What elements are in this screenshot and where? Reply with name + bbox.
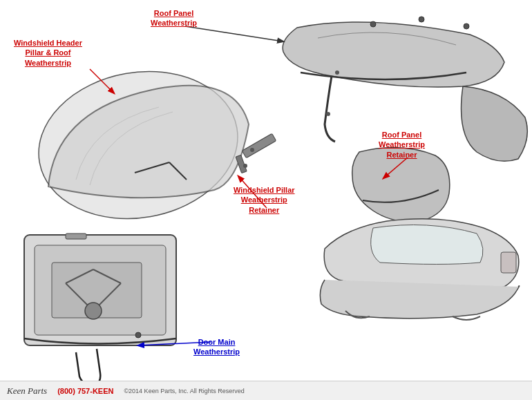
svg-line-26	[383, 158, 408, 178]
label-roof-panel-top: Roof Panel Weatherstrip	[151, 8, 197, 28]
svg-point-3	[370, 21, 376, 27]
svg-point-6	[335, 70, 339, 75]
svg-rect-13	[24, 235, 176, 345]
diagram-container: Windshield Header Pillar & Roof Weathers…	[0, 0, 532, 400]
label-windshield-header: Windshield Header Pillar & Roof Weathers…	[14, 38, 82, 68]
footer: Keen Parts (800) 757-KEEN ©2014 Keen Par…	[0, 381, 532, 400]
footer-phone: (800) 757-KEEN	[57, 387, 113, 395]
svg-point-5	[464, 23, 469, 29]
footer-logo: Keen Parts	[7, 385, 47, 397]
svg-line-23	[90, 69, 114, 93]
svg-point-7	[326, 112, 330, 116]
svg-point-21	[135, 332, 141, 338]
label-door-main-weatherstrip: Door Main Weatherstrip	[193, 337, 240, 357]
svg-line-24	[185, 26, 283, 41]
svg-rect-22	[66, 234, 86, 239]
svg-point-0	[27, 56, 249, 234]
svg-line-17	[93, 283, 121, 311]
svg-rect-15	[52, 263, 142, 318]
svg-rect-14	[35, 245, 166, 335]
footer-copyright: ©2014 Keen Parts, Inc. All Rights Reserv…	[124, 388, 244, 394]
label-roof-panel-retainer: Roof Panel Weatherstrip Retainer	[379, 130, 425, 160]
svg-line-16	[66, 283, 93, 311]
svg-line-19	[93, 269, 121, 283]
svg-rect-8	[242, 133, 276, 158]
svg-line-18	[66, 269, 93, 283]
svg-rect-9	[236, 155, 247, 173]
svg-line-1	[169, 162, 187, 180]
svg-point-20	[85, 303, 102, 319]
svg-point-11	[243, 164, 247, 168]
label-windshield-pillar-retainer: Windshield Pillar Weatherstrip Retainer	[234, 185, 295, 215]
svg-rect-12	[501, 252, 516, 273]
svg-line-2	[135, 162, 169, 173]
svg-point-10	[250, 148, 254, 152]
svg-point-4	[419, 17, 424, 22]
